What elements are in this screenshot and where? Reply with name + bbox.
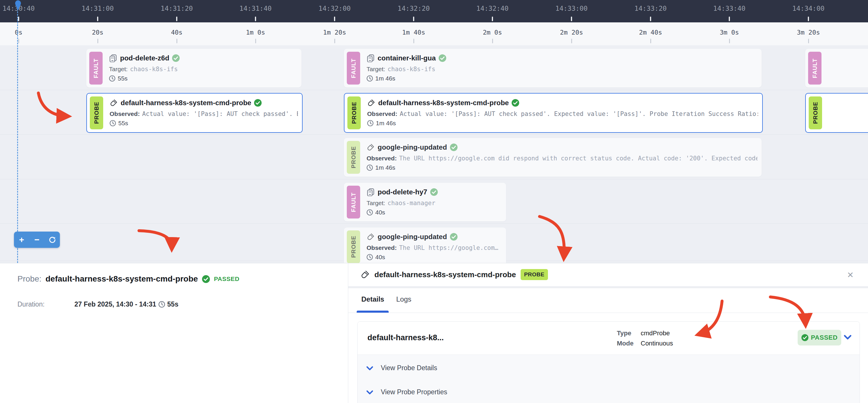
time-tick-label: 14:32:20: [384, 5, 443, 12]
zoom-reset-button[interactable]: [46, 234, 58, 245]
tab-details[interactable]: Details: [361, 295, 384, 303]
duration-value: 1m 46s: [375, 164, 395, 171]
duration-value: 27 Feb 2025, 14:30 - 14:31: [74, 300, 156, 308]
fault-card-partial[interactable]: FAULT: [805, 49, 868, 88]
elapsed-tick-label: 0s: [0, 29, 48, 36]
chevron-down-icon[interactable]: [844, 334, 852, 340]
card-title: default-harness-k8s-system-cmd-probe: [121, 99, 251, 107]
elapsed-tick-label: 3m 0s: [700, 29, 758, 36]
probe-card-partial[interactable]: PROBE: [805, 93, 868, 133]
fault-card-pod-delete-hy7[interactable]: FAULT pod-delete-hy7 Target: chaos-manag…: [344, 183, 506, 222]
fault-card-container-kill-gua[interactable]: FAULT container-kill-gua Target: chaos-k…: [344, 49, 762, 88]
time-tick-label: 14:31:20: [148, 5, 206, 12]
tick-mark: [492, 39, 493, 43]
probe-card-google-ping-1[interactable]: PROBE google-ping-updated Observed: The …: [344, 138, 762, 177]
check-circle-icon: [450, 233, 458, 241]
probe-icon: [367, 99, 375, 107]
fault-badge: FAULT: [808, 52, 822, 85]
tab-logs[interactable]: Logs: [396, 295, 411, 303]
close-icon[interactable]: ✕: [847, 270, 854, 280]
fault-icon: [367, 54, 375, 62]
mode-value: Continuous: [641, 340, 673, 347]
header-divider: [348, 286, 868, 288]
fault-icon: [367, 188, 375, 196]
detail-tabs: Details Logs: [348, 288, 868, 313]
elapsed-tick-label: 2m 20s: [542, 29, 600, 36]
clock-icon: [367, 254, 373, 260]
status-badge-passed: PASSED: [798, 330, 841, 345]
probe-card-cmd-probe-2[interactable]: PROBE default-harness-k8s-system-cmd-pro…: [344, 93, 763, 133]
zoom-in-button[interactable]: +: [16, 234, 27, 245]
time-tick-label: 14:33:40: [700, 5, 758, 12]
timeline-canvas[interactable]: FAULT pod-delete-z6d Target: chaos-k8s-i…: [0, 45, 868, 263]
time-tick-label: 14:32:40: [463, 5, 522, 12]
relative-time-ruler: 0s 20s 40s 1m 0s 1m 20s 1m 40s 2m 0s 2m …: [0, 22, 868, 45]
probe-summary-panel: Probe: default-harness-k8s-system-cmd-pr…: [0, 263, 348, 403]
zoom-out-button[interactable]: −: [31, 234, 43, 245]
check-circle-icon: [172, 54, 180, 62]
view-probe-properties-expander[interactable]: View Probe Properties: [366, 388, 447, 396]
probe-badge: PROBE: [347, 141, 360, 174]
elapsed-tick-label: 1m 40s: [384, 29, 443, 36]
check-circle-icon: [439, 54, 446, 62]
observed-label: Observed:: [110, 110, 140, 117]
check-circle-icon: [254, 99, 261, 107]
card-title: container-kill-gua: [378, 54, 436, 62]
observed-label: Observed:: [367, 244, 397, 251]
clock-icon: [367, 209, 373, 215]
duration-value: 1m 46s: [376, 120, 396, 127]
target-value: chaos-k8s-ifs: [388, 66, 435, 73]
card-title: google-ping-updated: [378, 233, 447, 241]
probe-result-name: default-harness-k8...: [367, 333, 444, 342]
observed-value: Actual value: '[Pass]: AUT check passed'…: [400, 110, 758, 117]
probe-card-cmd-probe-1[interactable]: PROBE default-harness-k8s-system-cmd-pro…: [86, 93, 303, 133]
absolute-time-ruler: 14:30:40 14:31:00 14:31:20 14:31:40 14:3…: [0, 0, 868, 22]
reset-zoom-icon: [49, 236, 56, 243]
probe-name: default-harness-k8s-system-cmd-probe: [45, 274, 198, 283]
tick-mark: [571, 39, 572, 43]
fault-card-pod-delete-z6d[interactable]: FAULT pod-delete-z6d Target: chaos-k8s-i…: [86, 49, 302, 88]
tick-mark: [729, 39, 730, 43]
tick-mark: [808, 16, 809, 21]
tick-mark: [97, 39, 98, 43]
elapsed-tick-label: 2m 40s: [621, 29, 680, 36]
elapsed-tick-label: 40s: [148, 29, 206, 36]
view-probe-details-expander[interactable]: View Probe Details: [366, 364, 437, 372]
clock-icon: [367, 75, 373, 82]
tick-mark: [97, 16, 98, 21]
playhead-pin[interactable]: [14, 0, 22, 12]
target-value: chaos-manager: [388, 200, 435, 207]
tick-mark: [18, 16, 19, 21]
clock-icon: [367, 120, 374, 126]
duration-value: 55s: [118, 75, 128, 82]
clock-icon: [158, 301, 165, 308]
observed-label: Observed:: [367, 155, 397, 162]
check-circle-icon: [801, 334, 808, 341]
tick-mark: [255, 39, 256, 43]
tick-mark: [492, 16, 493, 21]
probe-result-summary-row: default-harness-k8... Type cmdProbe Mode…: [358, 322, 860, 355]
elapsed-tick-label: 1m 20s: [306, 29, 364, 36]
elapsed-tick-label: 2m 0s: [463, 29, 522, 36]
tick-mark: [334, 16, 335, 21]
duration-value: 55s: [118, 120, 128, 127]
target-label: Target:: [109, 66, 128, 73]
probe-detail-panel: default-harness-k8s-system-cmd-probe PRO…: [348, 263, 868, 403]
tick-mark: [571, 16, 572, 21]
status-badge: PASSED: [214, 275, 240, 282]
card-title: default-harness-k8s-system-cmd-probe: [378, 99, 509, 107]
duration-label: Duration:: [18, 300, 74, 308]
duration-value: 1m 46s: [375, 75, 395, 82]
probe-card-google-ping-2[interactable]: PROBE google-ping-updated Observed: The …: [344, 228, 506, 263]
probe-type-badge: PROBE: [521, 269, 548, 280]
probe-badge: PROBE: [809, 97, 822, 129]
card-title: google-ping-updated: [378, 143, 447, 152]
observed-value: The URL https://google.com…: [399, 244, 498, 251]
row-divider: [0, 224, 868, 224]
time-tick-label: 14:31:00: [69, 5, 127, 12]
check-circle-icon: [202, 275, 210, 283]
tick-mark: [177, 39, 177, 43]
clock-icon: [110, 120, 116, 126]
time-tick-label: 14:34:00: [779, 5, 837, 12]
probe-result-card: default-harness-k8... Type cmdProbe Mode…: [357, 321, 860, 403]
